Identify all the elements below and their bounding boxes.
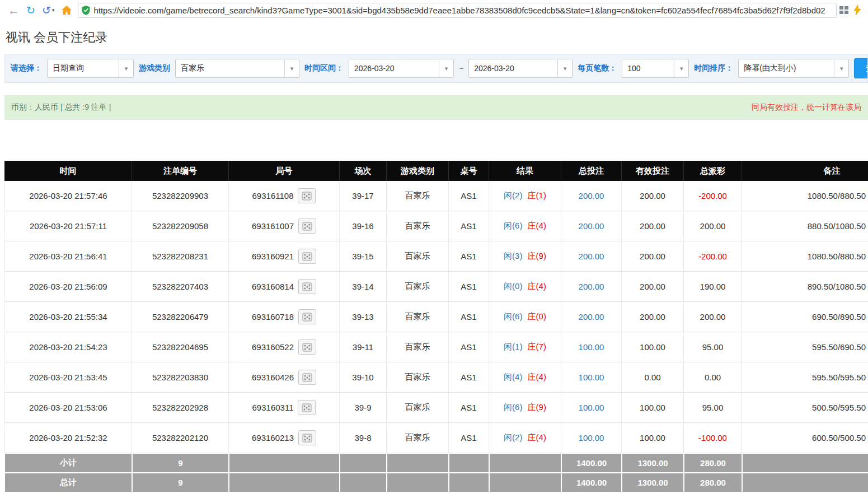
- cell-session: 39-17: [340, 181, 387, 211]
- subtotal-empty: [742, 453, 868, 473]
- bet-records-table: 时间 注单编号 局号 场次 游戏类别 桌号 结果 总投注 有效投注 总派彩 备注…: [4, 161, 868, 492]
- col-bet-number: 注单编号: [132, 161, 229, 181]
- chevron-down-icon[interactable]: ▾: [674, 59, 688, 77]
- cell-valid-bet: 100.00: [622, 393, 684, 423]
- table-body: 2026-03-20 21:57:46 523282209903 6931611…: [4, 181, 868, 453]
- col-payout: 总派彩: [684, 161, 742, 181]
- replay-video-button[interactable]: [298, 309, 316, 324]
- cell-round: 693161007: [229, 211, 340, 241]
- subtotal-empty: [489, 453, 561, 473]
- cell-round: 693161108: [229, 181, 340, 211]
- search-button[interactable]: 查询: [854, 58, 868, 78]
- cell-table: AS1: [449, 211, 489, 241]
- cell-game-type: 百家乐: [387, 241, 449, 272]
- replay-video-button[interactable]: [298, 188, 316, 203]
- subtotal-label: 小计: [4, 453, 132, 473]
- cell-result: 闲(2) 庄(1): [489, 181, 561, 211]
- replay-video-button[interactable]: [298, 249, 316, 264]
- cell-time: 2026-03-20 21:57:46: [4, 181, 132, 211]
- cell-valid-bet: 100.00: [622, 423, 684, 453]
- col-valid-bet: 有效投注: [622, 161, 684, 181]
- address-bar[interactable]: https://videoie.com/game/betrecord_searc…: [78, 3, 837, 18]
- cell-result: 闲(2) 庄(4): [489, 423, 561, 453]
- currency-total-text: 币别：人民币 | 总共 :9 注单 |: [11, 103, 111, 113]
- cell-result: 闲(3) 庄(9): [489, 241, 561, 272]
- cell-session: 39-14: [340, 272, 387, 302]
- chevron-down-icon[interactable]: ▾: [284, 59, 299, 77]
- table-row: 2026-03-20 21:53:06 523282202928 6931603…: [4, 393, 868, 423]
- cell-session: 39-11: [340, 332, 387, 362]
- total-bet-link[interactable]: 200.00: [561, 211, 622, 241]
- replay-video-button[interactable]: [298, 400, 316, 415]
- sort-select[interactable]: 降幂(由大到小) ▾: [738, 59, 849, 78]
- total-bet-link[interactable]: 200.00: [561, 302, 622, 332]
- lightning-icon[interactable]: [854, 5, 861, 15]
- cell-bet-number: 523282202120: [132, 423, 229, 453]
- cell-table: AS1: [449, 332, 489, 362]
- banker-result: 庄(9): [528, 251, 546, 260]
- back-icon[interactable]: ←: [8, 4, 20, 16]
- round-number: 693160311: [252, 403, 294, 412]
- total-bet-link[interactable]: 100.00: [561, 332, 622, 362]
- cell-valid-bet: 0.00: [622, 362, 684, 393]
- round-number: 693161108: [252, 191, 294, 201]
- player-result: 闲(3): [504, 251, 522, 260]
- undo-icon[interactable]: ↺▾: [42, 5, 54, 16]
- tilde-separator: ~: [459, 64, 463, 73]
- cell-note: 600.50/500.50: [742, 423, 868, 453]
- chevron-down-icon[interactable]: ▾: [557, 59, 572, 77]
- cell-table: AS1: [449, 241, 489, 272]
- total-bet-link[interactable]: 200.00: [561, 272, 622, 302]
- cell-payout: -200.00: [684, 181, 742, 211]
- cell-payout: 200.00: [684, 211, 742, 241]
- date-to-select[interactable]: 2026-03-20 ▾: [468, 59, 573, 78]
- table-row: 2026-03-20 21:55:34 523282206479 6931607…: [4, 302, 868, 332]
- compatibility-grid-icon[interactable]: [839, 6, 848, 14]
- col-session: 场次: [340, 161, 387, 181]
- banker-result: 庄(0): [528, 311, 546, 321]
- total-empty: [387, 473, 449, 492]
- replay-video-button[interactable]: [298, 218, 316, 234]
- player-result: 闲(1): [504, 342, 522, 351]
- table-row: 2026-03-20 21:57:11 523282209058 6931610…: [4, 211, 868, 241]
- refresh-icon[interactable]: ↻: [26, 5, 35, 16]
- query-type-select[interactable]: 日期查询 ▾: [47, 59, 134, 78]
- cell-table: AS1: [449, 393, 489, 423]
- replay-video-button[interactable]: [298, 279, 316, 294]
- total-count: 9: [132, 473, 229, 492]
- cell-game-type: 百家乐: [387, 272, 449, 302]
- total-bet-link[interactable]: 100.00: [561, 393, 622, 423]
- total-empty: [449, 473, 489, 492]
- chevron-down-icon[interactable]: ▾: [439, 59, 453, 77]
- player-result: 闲(6): [504, 311, 522, 321]
- game-type-select[interactable]: 百家乐 ▾: [175, 59, 299, 78]
- chevron-down-icon[interactable]: ▾: [119, 59, 133, 77]
- cell-round: 693160213: [229, 423, 340, 453]
- date-from-select[interactable]: 2026-03-20 ▾: [349, 59, 454, 78]
- cell-bet-number: 523282204695: [132, 332, 229, 362]
- subtotal-count: 9: [132, 453, 229, 473]
- replay-video-button[interactable]: [298, 370, 316, 385]
- subtotal-valid-bet: 1300.00: [622, 453, 684, 473]
- cell-session: 39-10: [340, 362, 387, 393]
- cell-round: 693160921: [229, 241, 340, 272]
- banker-result: 庄(7): [528, 342, 546, 351]
- cell-game-type: 百家乐: [387, 302, 449, 332]
- cell-result: 闲(4) 庄(4): [489, 362, 561, 393]
- total-bet-link[interactable]: 100.00: [561, 423, 622, 453]
- cell-result: 闲(6) 庄(4): [489, 211, 561, 241]
- cell-bet-number: 523282206479: [132, 302, 229, 332]
- cell-note: 890.50/1080.50: [742, 272, 868, 302]
- total-bet-link[interactable]: 100.00: [561, 362, 622, 393]
- replay-video-button[interactable]: [298, 339, 316, 355]
- total-bet-link[interactable]: 200.00: [561, 241, 622, 272]
- home-icon[interactable]: [61, 5, 72, 15]
- chevron-down-icon[interactable]: ▾: [834, 59, 848, 77]
- replay-video-button[interactable]: [298, 430, 316, 445]
- subtotal-empty: [229, 453, 340, 473]
- time-range-label: 时间区间：: [304, 63, 344, 73]
- table-row: 2026-03-20 21:52:32 523282202120 6931602…: [4, 423, 868, 453]
- total-bet-link[interactable]: 200.00: [561, 181, 622, 211]
- cell-table: AS1: [449, 362, 489, 393]
- page-size-select[interactable]: 100 ▾: [622, 59, 689, 78]
